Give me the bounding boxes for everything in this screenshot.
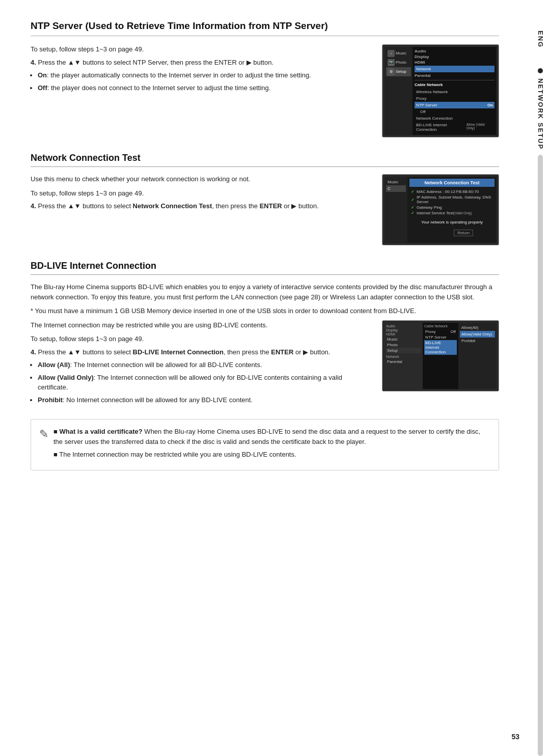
bdlive-text-col: The Internet connection may be restricte… (31, 320, 372, 409)
bdlive-opt-allow-valid: Allow(Valid Only) (460, 331, 495, 338)
ntp-two-col: To setup, follow steps 1~3 on page 49. 4… (31, 44, 499, 137)
note-content: ■ What is a valid certificate? When the … (53, 427, 490, 463)
nct-text-col: Use this menu to check whether your netw… (31, 174, 372, 214)
nct-step4: 4. Press the ▲▼ buttons to select Networ… (31, 201, 372, 211)
page-container: NTP Server (Used to Retrieve Time Inform… (0, 0, 550, 756)
bdlive-tv-inner: Audio Display HDMI Music Photo Setup Net… (384, 323, 497, 389)
bdlive-cat-display: Display (386, 328, 421, 332)
bdlive-submenu-cat: Cable Network (424, 324, 457, 328)
bdlive-opt-prohibit: Prohibit (460, 338, 495, 344)
ntp-cat-audio: Audio (415, 49, 494, 53)
bdlive-sub-proxy: ProxyOff (424, 329, 457, 334)
bdlive-bullet-prohibit: Prohibit: No Internet connection will be… (38, 395, 372, 405)
nct-row-ip: IP Address, Subnet Mask, Gateway, DNS Se… (409, 194, 494, 205)
ntp-tv-screenshot: ♪Music 📷Photo ⚙Setup Audio (382, 44, 499, 137)
page-number: 53 (511, 733, 519, 741)
bdlive-step-intro: To setup, follow steps 1~3 on page 49. (31, 334, 372, 344)
section-ntp: NTP Server (Used to Retrieve Time Inform… (31, 20, 499, 137)
ntp-bullets: On: the player automatically connects to… (38, 70, 372, 93)
section-nct-title: Network Connection Test (31, 153, 499, 167)
bdlive-tv-menu: Audio Display HDMI Music Photo Setup Net… (384, 323, 423, 389)
ntp-screenshot: ♪Music 📷Photo ⚙Setup Audio (382, 44, 499, 137)
setup-icon: ⚙ (388, 68, 395, 75)
nct-step-intro: To setup, follow steps 1~3 on page 49. (31, 188, 372, 199)
bdlive-bullet-allow-all: Allow (All): The Internet connection wil… (38, 360, 372, 370)
bdlive-sub-netconn: BD-LIVE Internet Connection (424, 340, 457, 355)
nct-tv-inner: Music C Network Connection Test MAC Addr… (384, 177, 497, 243)
bdlive-bullets: Allow (All): The Internet connection wil… (38, 360, 372, 405)
bdlive-step4: 4. Press the ▲▼ buttons to select BD-LIV… (31, 347, 372, 357)
section-nct: Network Connection Test Use this menu to… (31, 153, 499, 245)
note-para2: ■ The Internet connection may be restric… (53, 450, 490, 460)
ntp-row-proxy: Proxy (415, 95, 494, 102)
ntp-row-wireless: Wireless Network (415, 89, 494, 95)
ntp-tv-sidebar: ♪Music 📷Photo ⚙Setup (384, 47, 413, 135)
bdlive-menu-photo: Photo (386, 342, 421, 348)
bdlive-menu-parental: Parental (386, 359, 421, 365)
nct-success: Your network is operating properly (409, 219, 494, 226)
bdlive-cat-hdmi: HDMI (386, 332, 421, 336)
ntp-sidebar-photo: 📷Photo (386, 58, 411, 67)
nct-row-mac: MAC Address : 00:12:FB:6B:60:70 (409, 189, 494, 194)
ntp-sidebar-music: ♪Music (386, 49, 411, 58)
nct-title: Network Connection Test (409, 179, 494, 187)
photo-icon: 📷 (388, 59, 395, 66)
note-para1: ■ What is a valid certificate? When the … (53, 427, 490, 446)
nct-row-gateway: Gateway Ping (409, 205, 494, 210)
section-bdlive-title: BD-LIVE Internet Connection (31, 261, 499, 275)
bdlive-two-col: The Internet connection may be restricte… (31, 320, 499, 409)
bdlive-sub-ntp: NTP Server (424, 334, 457, 340)
bdlive-para2: * You must have a minimum 1 GB USB Memor… (31, 306, 499, 316)
bdlive-para1: The Blu-ray Home Cinema supports BD-LIVE… (31, 282, 499, 302)
bdlive-bullet-allow-valid: Allow (Valid Only): The Internet connect… (38, 373, 372, 393)
ntp-step4: 4. Press the ▲▼ buttons to select NTP Se… (31, 58, 372, 68)
bdlive-cat-audio: Audio (386, 324, 421, 328)
bdlive-options: Allow(All) Allow(Valid Only) Prohibit (458, 323, 497, 389)
nct-sidebar: Music C (384, 177, 407, 243)
nct-sidebar-setup: C (386, 185, 406, 192)
ntp-text-col: To setup, follow steps 1~3 on page 49. 4… (31, 44, 372, 97)
bdlive-menu-setup: Setup (386, 348, 421, 353)
ntp-intro: To setup, follow steps 1~3 on page 49. (31, 44, 372, 54)
ntp-cat-hdmi: HDMI (415, 60, 494, 65)
ntp-tv-main: Audio Display HDMI Network Parental Cabl… (413, 47, 497, 135)
ntp-cable-network: Cable Network (415, 82, 494, 87)
note-icon: ✎ (39, 428, 48, 441)
bdlive-para3: The Internet connection may be restricte… (31, 320, 372, 330)
music-icon: ♪ (388, 50, 395, 57)
bdlive-screenshot: Audio Display HDMI Music Photo Setup Net… (382, 320, 499, 391)
main-content: NTP Server (Used to Retrieve Time Inform… (31, 20, 499, 470)
ntp-tv-inner: ♪Music 📷Photo ⚙Setup Audio (384, 47, 497, 135)
ntp-row-bdlive: BD-LIVE Internet Connection Allow (Valid… (415, 122, 494, 133)
bdlive-cat-network: Network (386, 355, 421, 358)
ntp-cat-parental: Parental (415, 73, 494, 78)
nct-two-col: Use this menu to check whether your netw… (31, 174, 499, 245)
section-bdlive: BD-LIVE Internet Connection The Blu-ray … (31, 261, 499, 409)
ntp-cat-display: Display (415, 54, 494, 59)
ntp-sidebar-setup: ⚙Setup (386, 67, 411, 76)
bdlive-opt-allow-all: Allow(All) (460, 324, 495, 331)
nct-main: Network Connection Test MAC Address : 00… (407, 177, 497, 243)
section-ntp-title: NTP Server (Used to Retrieve Time Inform… (31, 20, 499, 36)
ntp-row-netconn: Network Connection (415, 115, 494, 122)
nct-screenshot: Music C Network Connection Test MAC Addr… (382, 174, 499, 245)
bdlive-tv-screenshot: Audio Display HDMI Music Photo Setup Net… (382, 320, 499, 391)
bdlive-submenu: Cable Network ProxyOff NTP Server BD-LIV… (423, 323, 458, 389)
nct-tv-screenshot: Music C Network Connection Test MAC Addr… (382, 174, 499, 245)
note-box: ✎ ■ What is a valid certificate? When th… (31, 419, 499, 470)
ntp-row-ntp: NTP Server On (415, 102, 494, 108)
ntp-row-network: Network (415, 66, 494, 72)
nct-intro: Use this menu to check whether your netw… (31, 174, 372, 184)
bdlive-menu-music: Music (386, 337, 421, 342)
ntp-bullet-on: On: the player automatically connects to… (38, 70, 372, 80)
nct-return: Return (454, 230, 473, 236)
ntp-bullet-off: Off: the player does not connect to the … (38, 83, 372, 93)
nct-sidebar-music: Music (386, 179, 406, 185)
ntp-row-off: Off (415, 108, 494, 115)
nct-row-internet: Internet Service Test (Valid Only) (409, 210, 494, 216)
